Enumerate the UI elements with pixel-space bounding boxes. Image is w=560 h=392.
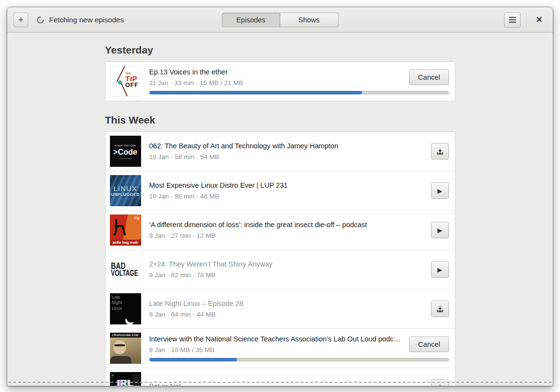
episode-meta: 9 Jan · 64 min · 44 MB xyxy=(149,311,424,318)
episode-row-greater-than-code[interactable]: Greater Than Code >Code 062: The Beauty … xyxy=(106,132,455,171)
ch-banner-text: CRAPHOUND.COM xyxy=(110,333,141,338)
show-artwork-late-night-linux: Late Night Linux xyxy=(110,293,141,324)
view-switcher: Episodes Shows xyxy=(222,13,339,27)
lnl-logo-text: Late Night Linux xyxy=(112,295,123,311)
episode-meta: 10 Jan · 58 min · 54 MB xyxy=(149,153,424,160)
tipoff-logo-text: THE TIP OFF xyxy=(126,72,139,88)
download-progress-fill xyxy=(149,91,362,94)
episode-row-audio-long-reads[interactable]: ((g audio long reads ‘A different dimens… xyxy=(106,210,455,249)
section-title-this-week: This Week xyxy=(105,114,455,126)
headerbar-right: ✕ xyxy=(504,12,546,28)
fetch-status-text: Fetching new episodes xyxy=(49,16,124,24)
download-progress-fill xyxy=(149,358,237,361)
lup-logo-line1: LINUX xyxy=(113,184,137,193)
gtc-sub-rule xyxy=(119,158,132,159)
episodes-page: Yesterday THE TIP OFF xyxy=(105,44,455,386)
episode-title: Ep.13 Voices in the ether xyxy=(149,68,403,76)
episode-row-late-night-linux[interactable]: Late Night Linux Late Night Linux – Epis… xyxy=(106,289,455,328)
episode-title: Late Night Linux – Episode 28 xyxy=(149,300,424,307)
episode-row-irl[interactable]: » IRL Bot or Not xyxy=(106,368,455,386)
download-progressbar xyxy=(149,91,449,94)
header-separator xyxy=(526,13,526,27)
headerbar: + Fetching new episodes Episodes Shows ✕ xyxy=(7,7,553,33)
section-title-yesterday: Yesterday xyxy=(105,44,455,56)
alr-chair-icon xyxy=(112,218,127,236)
lnl-line3: Linux xyxy=(112,306,123,311)
lnl-line1: Late xyxy=(112,295,123,300)
alr-banner-text: audio long reads xyxy=(110,240,141,246)
episode-title: Interview with the National Science Teac… xyxy=(149,335,403,343)
show-artwork-linux-unplugged: LINUX UNPLUGGED xyxy=(110,175,141,206)
gtc-top-text: Greater Than Code xyxy=(115,144,136,147)
lup-logo-line2: UNPLUGGED xyxy=(111,192,140,197)
menu-button[interactable] xyxy=(504,12,521,28)
gtc-logo-text: >Code xyxy=(113,148,137,157)
hamburger-icon xyxy=(509,17,516,18)
episode-title: Most Expensive Linux Distro Ever | LUP 2… xyxy=(149,181,424,189)
this-week-card: Greater Than Code >Code 062: The Beauty … xyxy=(105,131,455,386)
play-button[interactable]: ▶ xyxy=(431,182,449,199)
cancel-download-button[interactable]: Cancel xyxy=(409,70,449,85)
tipoff-tip: TIP xyxy=(126,75,139,82)
episode-row-tip-off[interactable]: THE TIP OFF Ep.13 Voices in the ether 11… xyxy=(106,62,455,101)
episode-title: 2×24: They Weren’t That Shiny Anyway xyxy=(149,260,424,268)
episode-title: 062: The Beauty of Art and Technology wi… xyxy=(149,142,424,150)
hamburger-icon xyxy=(509,22,516,23)
ch-face xyxy=(113,340,126,354)
play-button[interactable]: ▶ xyxy=(431,222,449,238)
download-icon xyxy=(436,305,444,313)
episode-title: ‘A different dimension of loss’: inside … xyxy=(149,221,424,229)
show-artwork-greater-than-code: Greater Than Code >Code xyxy=(110,136,141,167)
guardian-icon: ((g xyxy=(134,215,140,220)
add-podcast-button[interactable]: + xyxy=(14,13,28,27)
play-icon: ▶ xyxy=(437,187,442,194)
episode-meta: 9 Jan · 82 min · 78 MB xyxy=(149,271,424,279)
episode-row-linux-unplugged[interactable]: LINUX UNPLUGGED Most Expensive Linux Dis… xyxy=(106,171,455,210)
episode-meta: 8 Jan · 10 MB / 35 MB xyxy=(149,346,403,354)
scroll-undershoot-indicator xyxy=(8,382,552,383)
show-artwork-the-tip-off: THE TIP OFF xyxy=(110,66,141,97)
play-icon: ▶ xyxy=(437,227,442,233)
close-button[interactable]: ✕ xyxy=(532,13,546,27)
episode-meta: 10 Jan · 98 min · 46 MB xyxy=(149,193,424,200)
lnl-line2: Night xyxy=(112,300,123,305)
app-window: + Fetching new episodes Episodes Shows ✕… xyxy=(7,7,553,386)
download-icon xyxy=(436,148,444,155)
show-artwork-bad-voltage: BAD VOLTAGE xyxy=(110,254,141,285)
bv-logo-line2: VOLTAGE xyxy=(111,269,139,277)
download-button[interactable] xyxy=(431,143,449,160)
show-artwork-irl: » IRL xyxy=(110,372,141,386)
yesterday-card: THE TIP OFF Ep.13 Voices in the ether 11… xyxy=(105,61,455,101)
episode-row-bad-voltage[interactable]: BAD VOLTAGE 2×24: They Weren’t That Shin… xyxy=(106,249,455,289)
ch-body xyxy=(110,356,131,364)
play-icon: ▶ xyxy=(437,266,442,273)
irl-chevron: » xyxy=(111,373,114,378)
episode-meta: 11 Jan · 33 min · 15 MB / 21 MB xyxy=(149,79,403,87)
tab-shows[interactable]: Shows xyxy=(280,13,339,27)
episodes-scroll-area[interactable]: Yesterday THE TIP OFF xyxy=(7,33,553,386)
episode-meta: 9 Jan · 27 min · 12 MB xyxy=(149,232,424,239)
play-button[interactable]: ▶ xyxy=(431,261,449,278)
download-icon xyxy=(436,384,444,386)
show-artwork-audio-long-reads: ((g audio long reads xyxy=(110,214,141,246)
crescent-moon-icon xyxy=(125,311,138,324)
tab-episodes[interactable]: Episodes xyxy=(222,13,280,27)
download-progressbar xyxy=(149,358,449,361)
download-button[interactable] xyxy=(431,301,449,317)
tipoff-line xyxy=(116,66,126,82)
show-artwork-craphound: CRAPHOUND.COM xyxy=(110,333,141,364)
hamburger-icon xyxy=(509,19,516,20)
tipoff-off: OFF xyxy=(126,82,139,88)
spinner-icon xyxy=(36,16,44,24)
episode-row-craphound[interactable]: CRAPHOUND.COM Interview with the Nationa… xyxy=(106,328,455,368)
cancel-download-button[interactable]: Cancel xyxy=(409,337,449,352)
ch-glasses xyxy=(114,344,125,346)
